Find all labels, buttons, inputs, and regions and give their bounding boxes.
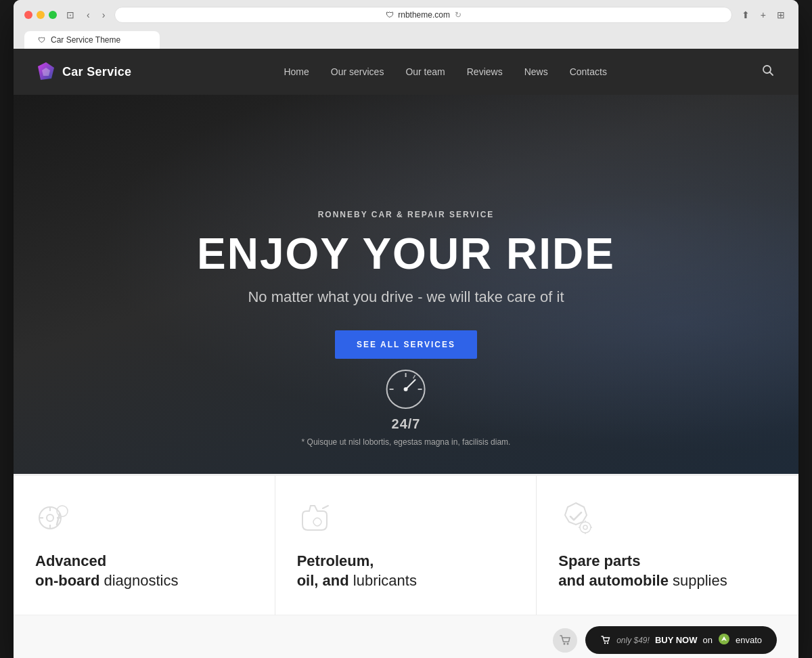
logo-link[interactable]: Car Service bbox=[35, 61, 131, 83]
nav-reviews[interactable]: Reviews bbox=[467, 66, 503, 77]
search-icon bbox=[762, 64, 774, 76]
maximize-button[interactable] bbox=[49, 11, 57, 19]
nav-team[interactable]: Our team bbox=[405, 66, 445, 77]
traffic-lights bbox=[24, 11, 57, 19]
cart-icon bbox=[559, 634, 571, 646]
price-label: only $49! bbox=[616, 636, 650, 645]
service-title-petroleum: Petroleum,oil, and lubricants bbox=[297, 552, 515, 590]
cart-bubble bbox=[553, 628, 577, 653]
active-tab[interactable]: 🛡 Car Service Theme bbox=[24, 31, 160, 49]
envato-text: envato bbox=[736, 635, 762, 645]
bottom-cta-bar: only $49! BUY NOW on envato bbox=[14, 615, 798, 658]
sidebar-toggle-button[interactable]: ⊡ bbox=[64, 8, 77, 22]
nav-news[interactable]: News bbox=[524, 66, 548, 77]
svg-point-10 bbox=[47, 514, 53, 521]
tab-favicon: 🛡 bbox=[38, 36, 45, 44]
svg-line-1 bbox=[770, 72, 773, 75]
oil-icon bbox=[297, 500, 332, 535]
forward-button[interactable]: › bbox=[99, 8, 108, 22]
cart-btn-icon bbox=[600, 635, 611, 646]
buy-label: BUY NOW bbox=[655, 635, 698, 645]
windows-button[interactable]: ⊞ bbox=[774, 8, 788, 22]
hero-bottom-info: 24/7 * Quisque ut nisl lobortis, egestas… bbox=[302, 368, 511, 447]
browser-window: ⊡ ‹ › 🛡 rnbtheme.com ↻ ⬆ + ⊞ 🛡 Car Servi… bbox=[14, 0, 798, 658]
envato-icon bbox=[718, 633, 730, 645]
svg-point-24 bbox=[567, 642, 569, 644]
svg-line-8 bbox=[413, 375, 415, 378]
service-title-diagnostics: Advancedon-board diagnostics bbox=[35, 552, 253, 590]
svg-point-17 bbox=[580, 522, 591, 533]
tab-title: Car Service Theme bbox=[51, 35, 120, 45]
svg-point-18 bbox=[583, 525, 587, 529]
hero-section: RONNEBY CAR & REPAIR SERVICE ENJOY YOUR … bbox=[14, 95, 798, 474]
clock-label: 24/7 bbox=[302, 416, 511, 432]
close-button[interactable] bbox=[24, 11, 32, 19]
browser-chrome: ⊡ ‹ › 🛡 rnbtheme.com ↻ ⬆ + ⊞ 🛡 Car Servi… bbox=[14, 0, 798, 49]
logo-icon bbox=[35, 61, 57, 83]
back-button[interactable]: ‹ bbox=[84, 8, 93, 22]
minimize-button[interactable] bbox=[37, 11, 45, 19]
nav-contacts[interactable]: Contacts bbox=[570, 66, 607, 77]
address-bar[interactable]: 🛡 rnbtheme.com ↻ bbox=[114, 7, 731, 23]
wheel-icon bbox=[35, 500, 70, 535]
main-nav: Home Our services Our team Reviews News … bbox=[284, 66, 606, 77]
search-button[interactable] bbox=[759, 62, 777, 83]
service-card-petroleum: Petroleum,oil, and lubricants bbox=[275, 476, 537, 615]
hero-title: ENJOY YOUR RIDE bbox=[197, 230, 615, 278]
service-title-spare-parts: Spare partsand automobile supplies bbox=[558, 552, 777, 590]
svg-point-23 bbox=[564, 642, 566, 644]
hero-note: * Quisque ut nisl lobortis, egestas magn… bbox=[302, 437, 511, 447]
shield-icon: 🛡 bbox=[386, 10, 394, 20]
website-content: Car Service Home Our services Our team R… bbox=[14, 49, 798, 658]
svg-point-7 bbox=[404, 387, 408, 391]
svg-point-26 bbox=[607, 642, 608, 643]
tab-bar: 🛡 Car Service Theme bbox=[24, 31, 788, 49]
hero-content: RONNEBY CAR & REPAIR SERVICE ENJOY YOUR … bbox=[183, 210, 629, 359]
service-card-diagnostics: Advancedon-board diagnostics bbox=[14, 476, 275, 615]
platform-on-label: on bbox=[702, 635, 712, 645]
refresh-icon: ↻ bbox=[455, 10, 461, 20]
hero-cta-button[interactable]: SEE ALL SERVICES bbox=[335, 330, 477, 359]
share-button[interactable]: ⬆ bbox=[739, 8, 752, 22]
nav-home[interactable]: Home bbox=[284, 66, 309, 77]
parts-icon bbox=[558, 500, 593, 535]
envato-logo bbox=[718, 633, 730, 647]
nav-services[interactable]: Our services bbox=[331, 66, 384, 77]
svg-point-25 bbox=[604, 642, 606, 643]
url-text: rnbtheme.com bbox=[398, 10, 450, 20]
hero-description: No matter what you drive - we will take … bbox=[197, 288, 615, 306]
hero-subtitle: RONNEBY CAR & REPAIR SERVICE bbox=[197, 210, 615, 219]
service-card-spare-parts: Spare partsand automobile supplies bbox=[537, 476, 798, 615]
new-tab-button[interactable]: + bbox=[758, 8, 769, 22]
clock-icon bbox=[384, 368, 428, 411]
site-header: Car Service Home Our services Our team R… bbox=[14, 49, 798, 95]
envato-buy-button[interactable]: only $49! BUY NOW on envato bbox=[585, 626, 777, 654]
browser-nav-icons: ⬆ + ⊞ bbox=[739, 8, 788, 22]
logo-text: Car Service bbox=[62, 65, 131, 79]
services-strip: Advancedon-board diagnostics Petroleum,o… bbox=[14, 474, 798, 615]
